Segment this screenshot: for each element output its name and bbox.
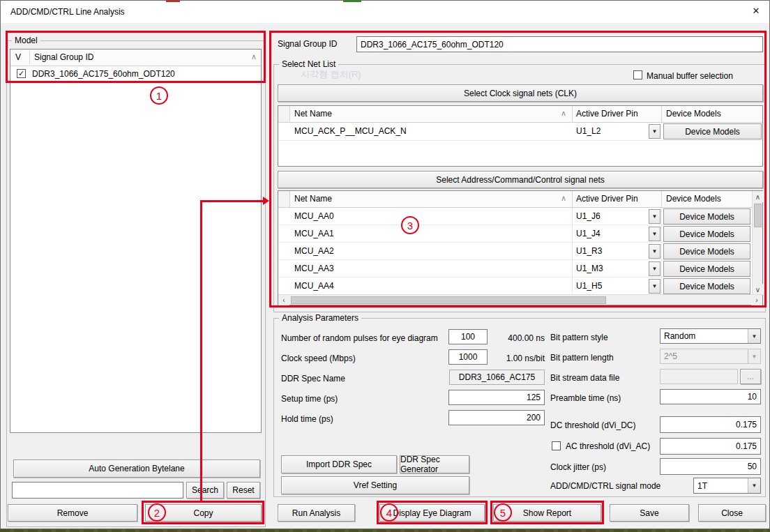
driver-pin-dropdown-icon[interactable]: ▼ (649, 227, 660, 241)
close-icon[interactable]: ✕ (750, 5, 762, 17)
model-row-name: DDR3_1066_AC175_60ohm_ODT120 (32, 69, 175, 79)
vref-setting-button[interactable]: Vref Setting (281, 476, 469, 494)
ac-threshold-checkbox[interactable] (552, 441, 561, 450)
device-models-button[interactable]: Device Models (663, 261, 750, 277)
clock-jitter-input[interactable]: 50 (660, 458, 761, 475)
device-models-button[interactable]: Device Models (663, 278, 750, 294)
screenshot-root: ADD/CMD/CTRL Line Analysis ✕ Model V Sig… (0, 0, 770, 532)
addr-row-driver-pin: U1_M3 (576, 264, 603, 273)
pulses-input[interactable]: 100 (448, 329, 488, 344)
bit-pattern-length-value: 2^5 (664, 351, 677, 361)
device-models-button[interactable]: Device Models (663, 123, 762, 139)
ddr-spec-name-field: DDR3_1066_AC175 (449, 370, 545, 385)
addr-row-driver-pin: U1_R3 (576, 246, 602, 256)
signal-group-id-label: Signal Group ID (278, 39, 337, 49)
clock-speed-input[interactable]: 1000 (448, 349, 488, 365)
hscroll-thumb[interactable] (291, 296, 606, 304)
model-row[interactable]: ✓ DDR3_1066_AC175_60ohm_ODT120 (10, 66, 261, 82)
addr-col-active-driver-pin: Active Driver Pin (576, 194, 638, 204)
model-row-checkbox[interactable]: ✓ (17, 69, 26, 78)
driver-pin-dropdown-icon[interactable]: ▼ (649, 261, 660, 276)
addr-row-driver-pin: U1_J6 (576, 211, 601, 221)
clock-col-active-driver-pin: Active Driver Pin (576, 109, 638, 119)
select-clock-signal-nets-button[interactable]: Select Clock signal nets (CLK) (278, 84, 763, 102)
bit-pattern-length-select: 2^5 ▼ (660, 349, 761, 364)
run-analysis-button[interactable]: Run Analysis (278, 504, 355, 522)
manual-buffer-selection-label: Manual buffer selection (647, 71, 733, 81)
driver-pin-dropdown-icon[interactable]: ▼ (649, 244, 660, 259)
model-col-name: Signal Group ID (34, 52, 93, 62)
bit-pattern-length-label: Bit pattern length (550, 353, 614, 363)
addr-table-row[interactable]: MCU_AA1 U1_J4 ▼ Device Models (278, 225, 752, 243)
search-button[interactable]: Search (186, 482, 224, 499)
vscroll-thumb[interactable] (754, 204, 762, 227)
ddr-spec-generator-button[interactable]: DDR Spec Generator (400, 455, 469, 473)
hold-time-label: Hold time (ps) (281, 414, 333, 424)
clock-table-row[interactable]: MCU_ACK_P__MCU_ACK_N U1_L2 ▼ Device Mode… (278, 123, 762, 140)
ac-threshold-input[interactable]: 0.175 (660, 438, 761, 455)
signal-group-id-input[interactable]: DDR3_1066_AC175_60ohm_ODT120 (356, 36, 763, 52)
scroll-left-icon[interactable]: ‹ (278, 295, 289, 305)
clock-col-net-name: Net Name (294, 109, 332, 119)
close-button[interactable]: Close (698, 504, 766, 522)
scroll-down-icon[interactable]: ∨ (753, 284, 763, 295)
manual-buffer-selection-checkbox[interactable] (633, 70, 642, 79)
scroll-right-icon[interactable]: › (751, 295, 762, 305)
remove-button[interactable]: Remove (8, 504, 137, 522)
addr-table-vscrollbar[interactable]: ∧ ∨ (752, 191, 762, 295)
background-artifact (343, 0, 361, 2)
device-models-button[interactable]: Device Models (663, 243, 750, 259)
driver-pin-dropdown-icon[interactable]: ▼ (649, 279, 660, 294)
analysis-parameters-label: Analysis Parameters (279, 313, 361, 323)
driver-pin-dropdown-icon[interactable]: ▼ (649, 209, 660, 224)
save-button[interactable]: Save (610, 504, 689, 522)
hold-time-input[interactable]: 200 (448, 410, 545, 425)
dc-threshold-input[interactable]: 0.175 (660, 416, 761, 433)
device-models-button[interactable]: Device Models (663, 208, 750, 225)
addr-table-hscrollbar[interactable]: ‹ › (278, 294, 762, 305)
setup-time-input[interactable]: 125 (448, 390, 545, 405)
sort-caret-icon: ∧ (561, 194, 566, 203)
show-report-button[interactable]: Show Report (493, 504, 601, 522)
preamble-time-input[interactable]: 10 (660, 389, 761, 404)
dropdown-arrow-icon[interactable]: ▼ (748, 478, 760, 493)
clock-row-driver-pin: U1_L2 (576, 126, 601, 136)
title-bar: ADD/CMD/CTRL Line Analysis ✕ (1, 1, 769, 23)
model-list-header[interactable]: V Signal Group ID ∧ (10, 50, 261, 66)
addr-row-net-name: MCU_AA0 (294, 211, 334, 221)
background-artifact (166, 0, 180, 2)
clock-table-header[interactable]: Net Name ∧ Active Driver Pin Device Mode… (278, 106, 762, 123)
addr-table-header[interactable]: Net Name ∧ Active Driver Pin Device Mode… (278, 191, 752, 208)
addr-table-row[interactable]: MCU_AA0 U1_J6 ▼ Device Models (278, 208, 752, 225)
pulses-label: Number of random pulses for eye diagram (281, 333, 438, 343)
signal-mode-value: 1T (697, 481, 707, 491)
bit-stream-data-file-label: Bit stream data file (550, 373, 619, 383)
signal-mode-select[interactable]: 1T ▼ (693, 478, 761, 494)
select-net-list-label: Select Net List (279, 59, 338, 69)
bit-pattern-style-value: Random (664, 331, 695, 341)
clock-nets-table: Net Name ∧ Active Driver Pin Device Mode… (278, 105, 763, 167)
preamble-time-label: Preamble time (ns) (550, 393, 621, 403)
clock-jitter-label: Clock jitter (ps) (550, 462, 606, 472)
device-models-button[interactable]: Device Models (663, 226, 750, 242)
addr-table-row[interactable]: MCU_AA2 U1_R3 ▼ Device Models (278, 243, 752, 260)
addr-table-row[interactable]: MCU_AA3 U1_M3 ▼ Device Models (278, 260, 752, 278)
addr-row-net-name: MCU_AA1 (294, 229, 334, 238)
dropdown-arrow-icon[interactable]: ▼ (748, 329, 760, 343)
model-search-input[interactable] (12, 482, 183, 499)
import-ddr-spec-button[interactable]: Import DDR Spec (281, 455, 397, 473)
driver-pin-dropdown-icon[interactable]: ▼ (649, 124, 660, 139)
copy-button[interactable]: Copy (145, 504, 262, 522)
signal-mode-label: ADD/CMD/CTRL signal mode (550, 481, 660, 491)
bit-pattern-style-select[interactable]: Random ▼ (660, 328, 761, 344)
bit-pattern-style-label: Bit pattern style (550, 333, 608, 342)
display-eye-diagram-button[interactable]: Display Eye Diagram (379, 504, 485, 522)
reset-button[interactable]: Reset (227, 482, 260, 499)
auto-generation-bytelane-button[interactable]: Auto Generation Bytelane (13, 459, 260, 478)
select-addr-cmd-ctrl-nets-button[interactable]: Select Address/Command/Control signal ne… (278, 171, 763, 188)
sort-caret-icon: ∧ (561, 109, 566, 118)
addr-table-row[interactable]: MCU_AA4 U1_H5 ▼ Device Models (278, 278, 752, 295)
dropdown-arrow-icon: ▼ (748, 349, 760, 363)
bit-stream-data-file-input (660, 369, 738, 384)
scroll-up-icon[interactable]: ∧ (753, 191, 763, 202)
